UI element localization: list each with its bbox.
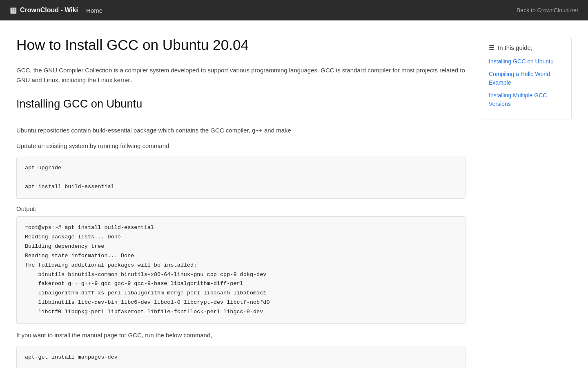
toc-header: ☰ In this guide, — [489, 44, 565, 52]
brand-name: CrownCloud - Wiki — [20, 7, 78, 14]
section-para-2: Update an existing system by running fol… — [16, 141, 466, 151]
brand-icon: ▦ — [10, 6, 17, 15]
output-label: Output: — [16, 205, 466, 212]
back-link[interactable]: Back to CrownCloud.net — [517, 7, 578, 13]
code-block-install: apt upgrade apt install build-essential — [16, 157, 466, 199]
section-heading-install: Installing GCC on Ubuntu — [16, 97, 466, 110]
toc-item-1[interactable]: Compiling a Hello World Example — [489, 70, 565, 87]
intro-paragraph: GCC, the GNU Compiler Collection is a co… — [16, 65, 466, 85]
section-divider — [16, 117, 466, 117]
section-para-1: Ubuntu repositories contain build-essent… — [16, 126, 466, 135]
code-block-output: root@vps:~# apt install build-essential … — [16, 216, 466, 324]
brand: ▦ CrownCloud - Wiki — [10, 6, 78, 15]
home-link[interactable]: Home — [86, 7, 102, 14]
toc-icon: ☰ — [489, 44, 494, 52]
toc-header-label: In this guide, — [498, 44, 532, 51]
page-title: How to Install GCC on Ubuntu 20.04 — [16, 37, 466, 53]
navbar: ▦ CrownCloud - Wiki Home Back to CrownCl… — [0, 0, 588, 20]
code-block-manpages: apt-get install manpages-dev — [16, 346, 466, 368]
sidebar: ☰ In this guide, Installing GCC on Ubunt… — [482, 37, 572, 368]
manpages-text: If you want to install the manual page f… — [16, 330, 466, 340]
toc-item-0[interactable]: Installing GCC on Ubuntu — [489, 57, 565, 66]
toc-box: ☰ In this guide, Installing GCC on Ubunt… — [482, 37, 572, 119]
main-content: How to Install GCC on Ubuntu 20.04 GCC, … — [16, 37, 466, 368]
toc-item-2[interactable]: Installing Multiple GCC Versions — [489, 91, 565, 108]
